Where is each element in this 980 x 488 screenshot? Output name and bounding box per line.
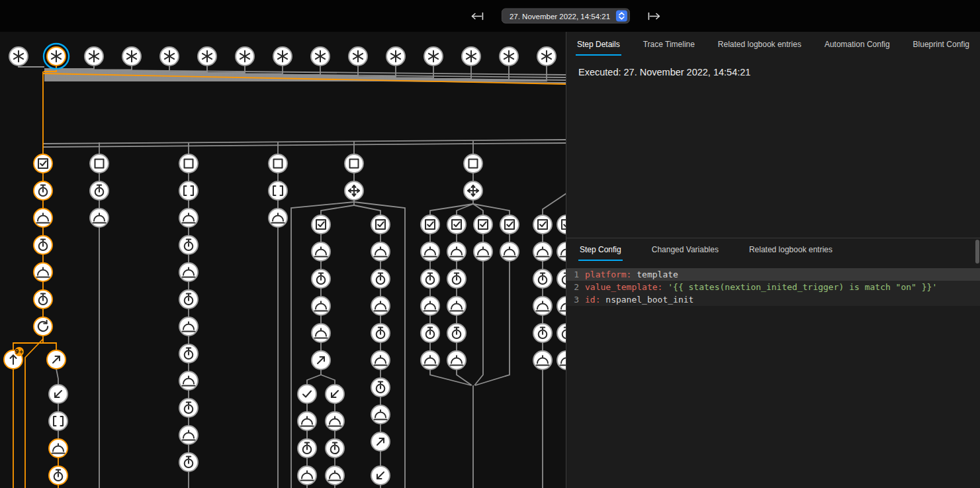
trace-node-timer[interactable] — [533, 324, 552, 342]
trace-node-dome[interactable] — [421, 297, 439, 315]
trace-node-timer[interactable] — [421, 324, 439, 342]
trace-node-dome[interactable] — [34, 209, 52, 227]
trace-node-dome[interactable] — [312, 242, 330, 261]
trace-node-timer[interactable] — [371, 269, 390, 288]
trace-node-dome[interactable] — [500, 242, 519, 261]
trace-node-brackets[interactable] — [49, 412, 67, 430]
trace-node-asterisk[interactable] — [500, 47, 518, 66]
trace-node-dome[interactable] — [533, 297, 552, 315]
trace-node-timer[interactable] — [34, 236, 52, 254]
trace-node-dome[interactable] — [371, 405, 390, 424]
trace-node-dome[interactable] — [179, 209, 198, 227]
previous-run-icon[interactable] — [470, 11, 486, 21]
trace-node-timer[interactable] — [90, 181, 109, 200]
trace-node-square[interactable] — [269, 154, 287, 173]
trace-node-square[interactable] — [464, 154, 482, 173]
trace-node-asterisk[interactable] — [386, 47, 405, 66]
scrollbar-thumb[interactable] — [975, 240, 979, 264]
trace-node-dome[interactable] — [557, 351, 566, 369]
trace-node-dome[interactable] — [533, 242, 552, 261]
trace-node-square[interactable] — [179, 154, 198, 173]
tab-step-details[interactable]: Step Details — [576, 33, 621, 56]
tab-related-logbook-entries[interactable]: Related logbook entries — [717, 33, 803, 56]
trace-node-timer[interactable] — [179, 290, 198, 309]
trace-node-dome[interactable] — [421, 242, 439, 261]
trace-node-timer[interactable] — [179, 236, 198, 254]
trace-node-timer[interactable] — [179, 453, 198, 471]
trace-node-asterisk[interactable] — [462, 47, 480, 66]
trace-node-asterisk[interactable] — [311, 47, 330, 66]
trace-node-dome[interactable] — [421, 351, 439, 369]
trace-node-asterisk[interactable] — [424, 47, 443, 66]
trace-node-timer[interactable] — [326, 439, 344, 458]
trace-node-timer[interactable] — [179, 399, 198, 417]
trace-node-brackets[interactable] — [179, 181, 198, 200]
trace-node-dome[interactable] — [371, 351, 390, 369]
trace-node-dome[interactable] — [179, 263, 198, 281]
trace-node-arrow-ne[interactable] — [312, 351, 330, 369]
trace-node-split[interactable] — [464, 181, 482, 200]
trace-node-arrow-sw[interactable] — [49, 385, 67, 403]
trace-node-dome[interactable] — [533, 351, 552, 369]
trace-node-checkbox[interactable] — [421, 215, 439, 234]
trace-node-arrow-ne[interactable] — [47, 350, 66, 369]
trace-node-square[interactable] — [90, 154, 109, 173]
trace-node-timer[interactable] — [557, 269, 566, 288]
trace-node-timer[interactable] — [421, 269, 439, 288]
trace-node-dome[interactable] — [447, 297, 466, 315]
trace-node-repeat[interactable] — [34, 317, 52, 336]
tab-automation-config[interactable]: Automation Config — [823, 33, 891, 56]
tab-related-logbook-entries[interactable]: Related logbook entries — [748, 238, 834, 261]
trace-node-checkbox[interactable] — [447, 215, 466, 234]
trace-node-asterisk[interactable] — [349, 47, 367, 66]
tab-step-config[interactable]: Step Config — [578, 238, 623, 261]
trace-node-timer[interactable] — [371, 378, 390, 397]
trace-node-timer[interactable] — [447, 269, 466, 288]
tab-trace-timeline[interactable]: Trace Timeline — [642, 33, 696, 56]
trace-node-asterisk[interactable] — [44, 44, 69, 69]
trace-node-dome[interactable] — [269, 209, 287, 227]
trace-node-arrow-up[interactable]: 9+ — [4, 347, 24, 369]
trace-node-checkbox[interactable] — [34, 154, 52, 173]
trace-node-dome[interactable] — [312, 297, 330, 315]
trace-node-dome[interactable] — [326, 412, 344, 430]
trace-node-checkbox[interactable] — [474, 215, 492, 234]
trace-node-checkbox[interactable] — [371, 215, 390, 234]
trace-node-timer[interactable] — [179, 344, 198, 363]
trace-node-dome[interactable] — [312, 324, 330, 342]
trace-node-dome[interactable] — [298, 466, 316, 485]
trace-node-arrow-ne[interactable] — [371, 432, 390, 451]
trace-node-dome[interactable] — [49, 439, 67, 458]
trace-node-dome[interactable] — [34, 263, 52, 281]
trace-node-asterisk[interactable] — [198, 47, 216, 66]
trace-node-asterisk[interactable] — [537, 47, 556, 66]
trace-node-dome[interactable] — [557, 242, 566, 261]
trace-node-arrow-sw[interactable] — [371, 466, 390, 485]
trace-node-timer[interactable] — [34, 181, 52, 200]
trace-node-dome[interactable] — [371, 242, 390, 261]
trace-node-check[interactable] — [298, 385, 316, 403]
trace-node-checkbox[interactable] — [533, 215, 552, 234]
trace-node-timer[interactable] — [298, 439, 316, 458]
trace-node-asterisk[interactable] — [9, 47, 28, 66]
trace-node-asterisk[interactable] — [273, 47, 292, 66]
tab-blueprint-config[interactable]: Blueprint Config — [912, 33, 971, 56]
trace-node-checkbox[interactable] — [312, 215, 330, 234]
tab-changed-variables[interactable]: Changed Variables — [650, 238, 720, 261]
trace-node-asterisk[interactable] — [122, 47, 141, 66]
trace-node-dome[interactable] — [474, 242, 492, 261]
run-select[interactable]: 27. November 2022, 14:54:21 — [502, 9, 630, 24]
trace-node-arrow-sw[interactable] — [326, 385, 344, 403]
trace-node-timer[interactable] — [312, 269, 330, 288]
trace-node-timer[interactable] — [34, 290, 52, 309]
trace-node-timer[interactable] — [557, 324, 566, 342]
trace-node-asterisk[interactable] — [160, 47, 179, 66]
trace-node-dome[interactable] — [371, 297, 390, 315]
trace-node-timer[interactable] — [533, 269, 552, 288]
trace-node-dome[interactable] — [326, 466, 344, 485]
trace-node-dome[interactable] — [179, 317, 198, 336]
trace-node-dome[interactable] — [447, 351, 466, 369]
trace-node-dome[interactable] — [90, 209, 109, 227]
trace-node-asterisk[interactable] — [85, 47, 103, 66]
trace-node-dome[interactable] — [447, 242, 466, 261]
